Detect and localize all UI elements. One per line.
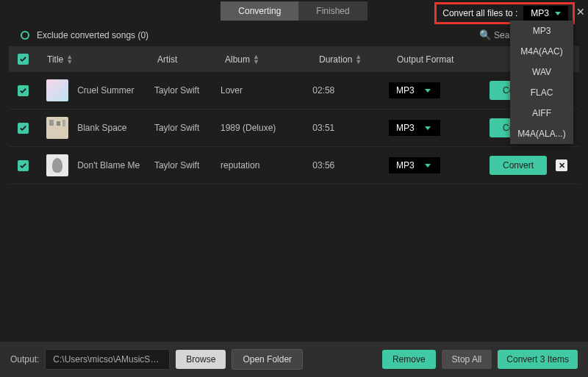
sort-icon: ▲▼ (355, 54, 362, 65)
search-icon: 🔍 (479, 29, 491, 40)
convert-all-button[interactable]: Convert 3 Items (498, 350, 578, 369)
dropdown-option[interactable]: M4A(AAC) (510, 41, 573, 62)
column-album[interactable]: Album ▲▼ (225, 54, 319, 65)
dropdown-option[interactable]: WAV (510, 62, 573, 82)
chevron-down-icon (425, 89, 431, 93)
album-thumbnail (46, 79, 68, 101)
song-album: 1989 (Deluxe) (220, 123, 312, 133)
row-checkbox[interactable] (18, 160, 29, 171)
song-duration: 02:58 (312, 85, 389, 96)
song-title: Blank Space (77, 123, 126, 133)
chevron-down-icon (555, 12, 561, 15)
sort-icon: ▲▼ (66, 54, 73, 65)
format-select[interactable]: MP3 (389, 157, 440, 173)
convert-button[interactable]: Convert (490, 156, 547, 175)
select-all-checkbox[interactable] (18, 54, 29, 65)
chevron-down-icon (425, 126, 431, 130)
tab-finished[interactable]: Finished (298, 1, 367, 21)
song-album: Lover (220, 85, 312, 96)
table-row: Don't Blame Me Taylor Swift reputation 0… (9, 147, 579, 184)
format-select[interactable]: MP3 (389, 120, 440, 136)
format-select[interactable]: MP3 (389, 82, 440, 98)
dropdown-option[interactable]: AIFF (510, 103, 573, 123)
tab-converting[interactable]: Converting (220, 1, 298, 21)
song-title: Don't Blame Me (77, 160, 140, 170)
dropdown-option[interactable]: FLAC (510, 82, 573, 103)
row-checkbox[interactable] (18, 123, 29, 134)
delete-button[interactable]: ✕ (556, 159, 567, 171)
footer: Output: C:\Users\micso\AMusicSoft\... Br… (0, 342, 588, 377)
open-folder-button[interactable]: Open Folder (232, 349, 303, 370)
chevron-down-icon (425, 164, 431, 168)
table-header: Title ▲▼ Artist Album ▲▼ Duration ▲▼ Out… (9, 46, 579, 72)
convert-all-label: Convert all files to : (442, 8, 517, 18)
table-row: Cruel Summer Taylor Swift Lover 02:58 MP… (9, 72, 579, 109)
convert-all-format-dropdown[interactable]: MP3 (523, 6, 568, 21)
output-label: Output: (10, 354, 39, 365)
convert-all-selected: MP3 (531, 8, 549, 18)
dropdown-option[interactable]: MP3 (510, 21, 573, 41)
column-title[interactable]: Title ▲▼ (47, 54, 157, 65)
browse-button[interactable]: Browse (176, 350, 226, 369)
sort-icon: ▲▼ (253, 54, 259, 65)
output-path-field[interactable]: C:\Users\micso\AMusicSoft\... (45, 349, 170, 370)
stop-all-button[interactable]: Stop All (442, 350, 492, 369)
row-checkbox[interactable] (18, 85, 29, 96)
column-duration[interactable]: Duration ▲▼ (319, 54, 397, 65)
circle-icon[interactable] (21, 31, 29, 40)
close-icon[interactable]: ✕ (576, 6, 585, 18)
song-title: Cruel Summer (77, 85, 134, 96)
table-row: Blank Space Taylor Swift 1989 (Deluxe) 0… (9, 109, 579, 147)
song-duration: 03:56 (312, 160, 389, 170)
song-duration: 03:51 (312, 123, 389, 133)
remove-button[interactable]: Remove (382, 350, 436, 369)
column-output-format: Output Format (397, 54, 500, 65)
exclude-converted-label: Exclude converted songs (0) (37, 30, 148, 40)
format-dropdown-menu: MP3 M4A(AAC) WAV FLAC AIFF M4A(ALA...) (510, 21, 573, 144)
dropdown-option[interactable]: M4A(ALA...) (510, 123, 573, 144)
song-artist: Taylor Swift (154, 123, 220, 133)
album-thumbnail (46, 117, 68, 139)
column-artist[interactable]: Artist (157, 54, 225, 65)
album-thumbnail (46, 154, 68, 176)
song-artist: Taylor Swift (154, 85, 220, 96)
song-artist: Taylor Swift (154, 160, 220, 170)
song-album: reputation (220, 160, 312, 170)
tab-group: Converting Finished (220, 1, 367, 21)
